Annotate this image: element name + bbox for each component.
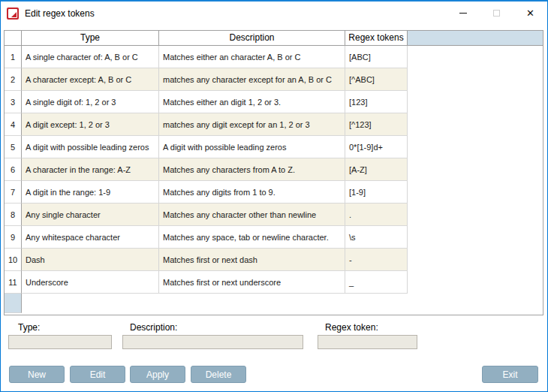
row-number-cell: 8 (5, 204, 22, 226)
column-header-regex-tokens[interactable]: Regex tokens (345, 31, 408, 46)
token-cell: [ABC] (345, 46, 408, 68)
edit-button[interactable]: Edit (70, 366, 125, 383)
row-number-cell: 4 (5, 113, 22, 136)
description-cell: Matches any character other than newline (159, 204, 345, 226)
token-cell: [1-9] (345, 181, 408, 204)
description-cell: Matches any digits from 1 to 9. (159, 181, 345, 204)
type-cell: A character except: A, B or C (22, 68, 159, 91)
row-number-cell: 10 (5, 249, 22, 271)
type-cell: A digit except: 1, 2 or 3 (22, 113, 159, 136)
description-cell: Matches either an character A, B or C (159, 46, 345, 68)
row-number-cell: 3 (5, 91, 22, 113)
token-cell: . (345, 204, 408, 226)
window-controls: ✕ (446, 2, 547, 25)
description-cell: matches any character except for an A, B… (159, 68, 345, 91)
column-header-description[interactable]: Description (159, 31, 345, 46)
regex-token-input[interactable] (318, 335, 417, 349)
minimize-button[interactable] (446, 2, 480, 25)
row-number-cell: 6 (5, 158, 22, 181)
type-cell: Any whitespace character (22, 226, 159, 249)
description-cell: Matches any space, tab or newline charac… (159, 226, 345, 249)
table-header-row: Type Description Regex tokens (5, 31, 543, 46)
type-cell: A single digit of: 1, 2 or 3 (22, 91, 159, 113)
regex-table: Type Description Regex tokens 1 A single… (4, 30, 543, 315)
type-cell: Underscore (22, 271, 159, 294)
new-row-indicator (5, 294, 22, 313)
type-cell: Dash (22, 249, 159, 271)
type-label: Type: (18, 322, 40, 333)
table-bottom-strip (5, 294, 543, 315)
maximize-icon (493, 10, 500, 17)
close-icon: ✕ (526, 8, 534, 18)
type-cell: A single character of: A, B or C (22, 46, 159, 68)
table-row[interactable]: 10 Dash Matches first or next dash - (5, 249, 543, 271)
token-cell: [^ABC] (345, 68, 408, 91)
app-icon (7, 8, 19, 20)
table-row[interactable]: 1 A single character of: A, B or C Match… (5, 46, 543, 68)
token-cell: _ (345, 271, 408, 294)
apply-button[interactable]: Apply (130, 366, 185, 383)
token-cell: - (345, 249, 408, 271)
row-number-cell: 7 (5, 181, 22, 204)
table-row[interactable]: 3 A single digit of: 1, 2 or 3 Matches e… (5, 91, 543, 113)
type-cell: A digit with possible leading zeros (22, 136, 159, 158)
table-body: 1 A single character of: A, B or C Match… (5, 46, 543, 294)
row-number-cell: 1 (5, 46, 22, 68)
row-number-cell: 5 (5, 136, 22, 158)
row-number-cell: 11 (5, 271, 22, 294)
description-cell: A digit with possible leading zeros (159, 136, 345, 158)
header-filler (408, 31, 543, 46)
exit-button[interactable]: Exit (482, 366, 538, 383)
app-icon-glyph (11, 12, 17, 17)
maximize-button (480, 2, 513, 25)
regex-token-label: Regex token: (325, 322, 378, 333)
new-button[interactable]: New (9, 366, 65, 383)
table-row[interactable]: 4 A digit except: 1, 2 or 3 matches any … (5, 113, 543, 136)
description-cell: Matches either an digit 1, 2 or 3. (159, 91, 345, 113)
type-input[interactable] (8, 335, 112, 349)
header-corner-cell (5, 31, 22, 46)
table-row[interactable]: 8 Any single character Matches any chara… (5, 204, 543, 226)
table-row[interactable]: 2 A character except: A, B or C matches … (5, 68, 543, 91)
table-row[interactable]: 6 A character in the range: A-Z Matches … (5, 158, 543, 181)
table-row[interactable]: 11 Underscore Matches first or next unde… (5, 271, 543, 294)
column-header-type[interactable]: Type (22, 31, 159, 46)
description-cell: matches any digit except for an 1, 2 or … (159, 113, 345, 136)
type-cell: A digit in the range: 1-9 (22, 181, 159, 204)
table-row[interactable]: 5 A digit with possible leading zeros A … (5, 136, 543, 158)
edit-regex-tokens-window: Edit regex tokens ✕ Type Description Reg… (0, 0, 548, 392)
close-button[interactable]: ✕ (513, 2, 547, 25)
description-label: Description: (130, 322, 177, 333)
token-cell: \s (345, 226, 408, 249)
titlebar: Edit regex tokens ✕ (1, 2, 547, 25)
token-cell: [A-Z] (345, 158, 408, 181)
window-title: Edit regex tokens (25, 8, 95, 19)
minimize-icon (459, 13, 467, 14)
table-row[interactable]: 9 Any whitespace character Matches any s… (5, 226, 543, 249)
token-cell: [^123] (345, 113, 408, 136)
delete-button[interactable]: Delete (191, 366, 246, 383)
type-cell: Any single character (22, 204, 159, 226)
token-cell: 0*[1-9]d+ (345, 136, 408, 158)
description-input[interactable] (122, 335, 303, 349)
description-cell: Matches first or next underscore (159, 271, 345, 294)
table-row[interactable]: 7 A digit in the range: 1-9 Matches any … (5, 181, 543, 204)
row-number-cell: 2 (5, 68, 22, 91)
token-cell: [123] (345, 91, 408, 113)
type-cell: A character in the range: A-Z (22, 158, 159, 181)
description-cell: Matches any characters from A to Z. (159, 158, 345, 181)
row-number-cell: 9 (5, 226, 22, 249)
description-cell: Matches first or next dash (159, 249, 345, 271)
